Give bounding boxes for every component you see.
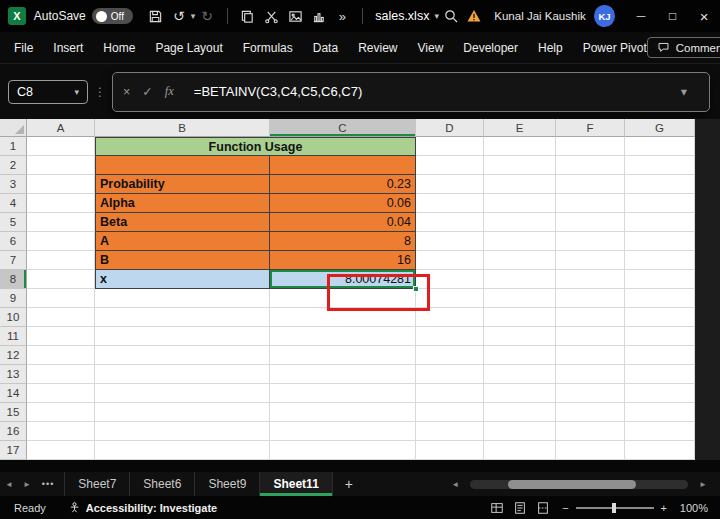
cell-F9[interactable]: [556, 289, 625, 308]
cell-B9[interactable]: [95, 289, 270, 308]
insert-function-icon[interactable]: fx: [165, 84, 174, 99]
cell-D11[interactable]: [416, 327, 484, 346]
cell-F1[interactable]: [556, 137, 625, 156]
zoom-in-icon[interactable]: +: [661, 502, 667, 514]
warning-icon[interactable]: [463, 4, 487, 28]
maximize-button[interactable]: □: [657, 0, 689, 32]
cell-F15[interactable]: [556, 403, 625, 422]
cell-A13[interactable]: [27, 365, 95, 384]
menu-item-view[interactable]: View: [418, 41, 444, 55]
menu-item-home[interactable]: Home: [103, 41, 135, 55]
cell-C7[interactable]: 16: [270, 251, 416, 270]
cell-G11[interactable]: [625, 327, 695, 346]
cell-B10[interactable]: [95, 308, 270, 327]
cell-F2[interactable]: [556, 156, 625, 175]
copy-icon[interactable]: [236, 4, 260, 28]
row-header-1[interactable]: 1: [0, 137, 27, 156]
cell-B1[interactable]: Function Usage: [95, 137, 416, 156]
cell-C13[interactable]: [270, 365, 416, 384]
close-button[interactable]: ×: [688, 0, 720, 32]
cell-B2[interactable]: [95, 156, 270, 175]
cell-A6[interactable]: [27, 232, 95, 251]
cell-A16[interactable]: [27, 422, 95, 441]
tab-scroll-right-icon[interactable]: ►: [18, 480, 36, 489]
cell-B16[interactable]: [95, 422, 270, 441]
cell-A15[interactable]: [27, 403, 95, 422]
row-header-2[interactable]: 2: [0, 156, 27, 175]
menu-item-power-pivot[interactable]: Power Pivot: [583, 41, 647, 55]
namebox-resize-icon[interactable]: ⋮: [94, 85, 106, 99]
cell-A17[interactable]: [27, 441, 95, 460]
row-header-17[interactable]: 17: [0, 441, 27, 460]
column-header-A[interactable]: A: [27, 119, 95, 137]
cell-B12[interactable]: [95, 346, 270, 365]
cell-B13[interactable]: [95, 365, 270, 384]
cell-C12[interactable]: [270, 346, 416, 365]
cell-D17[interactable]: [416, 441, 484, 460]
cell-D3[interactable]: [416, 175, 484, 194]
cell-E16[interactable]: [484, 422, 556, 441]
menu-item-insert[interactable]: Insert: [53, 41, 83, 55]
cell-B3[interactable]: Probability: [95, 175, 270, 194]
page-layout-view-icon[interactable]: [513, 501, 527, 515]
cell-F16[interactable]: [556, 422, 625, 441]
cell-F4[interactable]: [556, 194, 625, 213]
cell-G17[interactable]: [625, 441, 695, 460]
menu-item-formulas[interactable]: Formulas: [243, 41, 293, 55]
column-header-B[interactable]: B: [95, 119, 270, 137]
cell-D2[interactable]: [416, 156, 484, 175]
normal-view-icon[interactable]: [490, 501, 504, 515]
cell-F12[interactable]: [556, 346, 625, 365]
cell-A11[interactable]: [27, 327, 95, 346]
sheet-tab-sheet11[interactable]: Sheet11: [259, 472, 332, 496]
menu-item-developer[interactable]: Developer: [463, 41, 518, 55]
cell-B4[interactable]: Alpha: [95, 194, 270, 213]
save-icon[interactable]: [143, 4, 167, 28]
cell-D12[interactable]: [416, 346, 484, 365]
cell-B11[interactable]: [95, 327, 270, 346]
menu-item-file[interactable]: File: [14, 41, 33, 55]
row-header-4[interactable]: 4: [0, 194, 27, 213]
cell-C3[interactable]: 0.23: [270, 175, 416, 194]
formula-bar-expand-icon[interactable]: ▾: [681, 84, 687, 99]
cell-C5[interactable]: 0.04: [270, 213, 416, 232]
cell-G13[interactable]: [625, 365, 695, 384]
cell-E5[interactable]: [484, 213, 556, 232]
cell-E4[interactable]: [484, 194, 556, 213]
formula-input[interactable]: × ✓ fx =BETAINV(C3,C4,C5,C6,C7) ▾: [112, 72, 710, 112]
cell-C4[interactable]: 0.06: [270, 194, 416, 213]
horizontal-scrollbar[interactable]: ◄ ►: [446, 480, 712, 489]
cancel-entry-icon[interactable]: ×: [123, 85, 130, 99]
cell-B6[interactable]: A: [95, 232, 270, 251]
cell-C2[interactable]: [270, 156, 416, 175]
sheet-tab-sheet6[interactable]: Sheet6: [129, 472, 194, 496]
cell-G14[interactable]: [625, 384, 695, 403]
cell-G1[interactable]: [625, 137, 695, 156]
scroll-left-icon[interactable]: ◄: [446, 480, 464, 489]
cell-A9[interactable]: [27, 289, 95, 308]
cell-D13[interactable]: [416, 365, 484, 384]
cell-B15[interactable]: [95, 403, 270, 422]
cell-E12[interactable]: [484, 346, 556, 365]
cell-B14[interactable]: [95, 384, 270, 403]
row-header-14[interactable]: 14: [0, 384, 27, 403]
cell-C11[interactable]: [270, 327, 416, 346]
workbook-filename[interactable]: sales.xlsx: [375, 9, 429, 23]
cell-G16[interactable]: [625, 422, 695, 441]
menu-item-data[interactable]: Data: [313, 41, 338, 55]
minimize-button[interactable]: ─: [625, 0, 657, 32]
cell-B7[interactable]: B: [95, 251, 270, 270]
menu-item-page-layout[interactable]: Page Layout: [155, 41, 222, 55]
tab-overflow-icon[interactable]: •••: [36, 479, 60, 489]
column-header-E[interactable]: E: [484, 119, 556, 137]
more-commands-icon[interactable]: »: [331, 4, 355, 28]
row-header-5[interactable]: 5: [0, 213, 27, 232]
cell-G10[interactable]: [625, 308, 695, 327]
cell-E6[interactable]: [484, 232, 556, 251]
cell-E14[interactable]: [484, 384, 556, 403]
cell-D7[interactable]: [416, 251, 484, 270]
add-sheet-button[interactable]: +: [333, 476, 365, 492]
column-header-C[interactable]: C: [270, 119, 416, 137]
cell-C17[interactable]: [270, 441, 416, 460]
cell-G5[interactable]: [625, 213, 695, 232]
